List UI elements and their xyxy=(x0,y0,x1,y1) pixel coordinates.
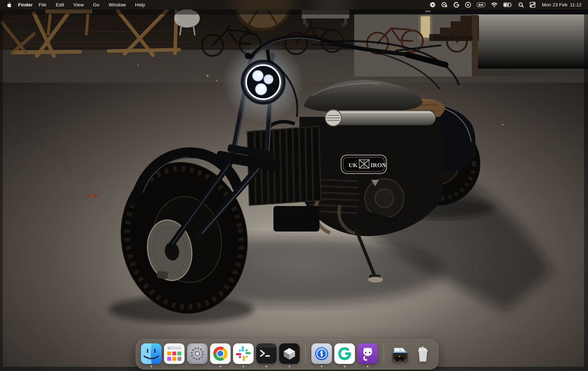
running-indicator xyxy=(243,366,244,367)
grammarly-status-icon[interactable] xyxy=(451,0,462,10)
running-indicator xyxy=(289,366,290,367)
battery-charging-icon[interactable] xyxy=(501,0,515,10)
control-center-icon[interactable] xyxy=(527,0,538,10)
running-indicator xyxy=(266,366,267,367)
active-app-name[interactable]: Finder xyxy=(18,2,33,7)
dock-item-finder[interactable] xyxy=(141,343,162,364)
engine-badge-text-right: IRON xyxy=(371,162,386,169)
play-circle-icon[interactable] xyxy=(462,0,474,10)
dock-separator xyxy=(305,343,306,364)
privacy-lock-icon[interactable] xyxy=(439,0,451,10)
running-indicator xyxy=(321,366,322,367)
menu-help[interactable]: Help xyxy=(130,2,149,7)
dock-separator xyxy=(384,343,384,364)
running-indicator xyxy=(151,366,152,367)
wallpaper-motorcycle-warehouse: UK IRON xyxy=(0,0,588,371)
running-indicator xyxy=(220,366,221,367)
union-flag-emblem xyxy=(359,160,369,168)
apple-menu-icon[interactable] xyxy=(6,0,12,10)
dock-item-1password[interactable] xyxy=(311,343,332,364)
hidden-window-control-dash xyxy=(425,11,431,12)
menu-file[interactable]: File xyxy=(34,2,51,7)
vpn-cube-icon[interactable] xyxy=(427,0,439,10)
spotlight-search-icon[interactable] xyxy=(515,0,527,10)
wifi-icon[interactable] xyxy=(488,0,501,10)
dock-item-github-desktop[interactable] xyxy=(357,343,378,364)
menu-go[interactable]: Go xyxy=(89,2,104,7)
desktop: UK IRON xyxy=(0,0,588,371)
dock-item-trash[interactable] xyxy=(413,343,433,364)
dock-item-launchpad[interactable] xyxy=(164,343,185,364)
running-indicator xyxy=(344,366,345,367)
menu-bar-clock[interactable]: Mon 23 Feb 11:12 xyxy=(538,2,584,7)
dock-item-chrome[interactable] xyxy=(210,343,231,364)
keyboard-layout-badge[interactable]: BR xyxy=(474,0,488,10)
menu-window[interactable]: Window xyxy=(104,2,131,7)
menu-bar: Finder File Edit View Go Window Help xyxy=(0,0,588,10)
dock-item-terminal[interactable] xyxy=(256,343,277,364)
dock-item-cube-3d-app[interactable] xyxy=(279,343,300,364)
keyboard-layout-label: BR xyxy=(477,2,485,7)
engine-badge: UK IRON xyxy=(341,155,386,173)
headlight-glow xyxy=(222,41,304,123)
dock xyxy=(136,339,439,370)
menu-edit[interactable]: Edit xyxy=(51,2,69,7)
engine-badge-text-left: UK xyxy=(349,162,358,169)
running-indicator xyxy=(367,366,368,367)
dock-item-system-settings[interactable] xyxy=(187,343,208,364)
dock-item-grammarly[interactable] xyxy=(334,343,355,364)
menu-view[interactable]: View xyxy=(69,2,88,7)
dock-item-slack[interactable] xyxy=(233,343,254,364)
dock-item-downloads-stack[interactable] xyxy=(390,343,410,364)
